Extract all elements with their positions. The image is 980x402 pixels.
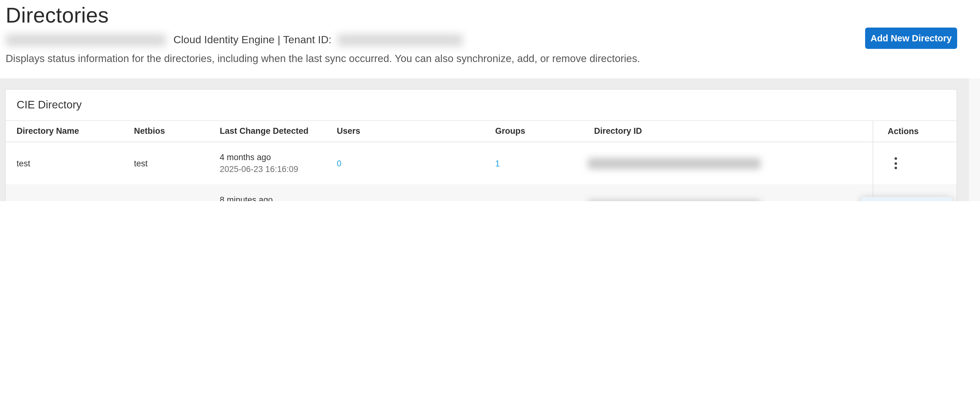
- column-header-netbios: Netbios: [134, 127, 165, 136]
- row-actions-menu-button[interactable]: [892, 155, 900, 172]
- actions-cell: [873, 142, 956, 184]
- table-row: tech-docs tech-docs 8 minutes ago 2025-1…: [5, 184, 956, 201]
- redacted-account-name: [6, 34, 166, 46]
- column-header-directory-id: Directory ID: [594, 127, 642, 136]
- cie-directory-card: CIE Directory Directory Name Netbios Las…: [5, 89, 957, 201]
- column-header-users: Users: [337, 127, 360, 136]
- add-new-directory-button[interactable]: Add New Directory: [865, 27, 957, 49]
- last-change-cell: 4 months ago 2025-06-23 16:16:09: [220, 151, 298, 175]
- last-change-cell: 8 minutes ago 2025-10-14 15:19:53: [220, 194, 298, 201]
- page-title: Directories: [6, 3, 108, 27]
- tenant-info-row: Cloud Identity Engine | Tenant ID:: [6, 33, 462, 47]
- column-header-directory-name: Directory Name: [17, 127, 79, 136]
- menu-item-add-remove-users[interactable]: Add/Remove Users: [861, 196, 952, 201]
- cie-section-title: CIE Directory: [5, 89, 956, 121]
- column-header-actions: Actions: [873, 127, 919, 136]
- groups-count-link[interactable]: 1: [495, 158, 500, 168]
- redacted-directory-id: [587, 158, 760, 169]
- column-header-groups: Groups: [495, 127, 525, 136]
- netbios-cell: test: [134, 158, 148, 168]
- column-header-last-change: Last Change Detected: [220, 127, 309, 136]
- tenant-label: Cloud Identity Engine | Tenant ID:: [173, 34, 331, 46]
- users-count-link[interactable]: 0: [337, 158, 342, 168]
- redacted-tenant-id: [337, 34, 462, 46]
- actions-header-cell: Actions: [873, 121, 956, 142]
- window-edge-gutter: [969, 78, 980, 201]
- cie-table-header-row: Directory Name Netbios Last Change Detec…: [5, 121, 956, 142]
- row-actions-context-menu: Add/Remove Users Refresh Full Sync Remov…: [861, 196, 952, 201]
- table-row: test test 4 months ago 2025-06-23 16:16:…: [5, 142, 956, 184]
- directories-page: Directories Cloud Identity Engine | Tena…: [0, 0, 980, 201]
- directory-name-cell: test: [17, 158, 30, 168]
- page-description: Displays status information for the dire…: [6, 53, 640, 65]
